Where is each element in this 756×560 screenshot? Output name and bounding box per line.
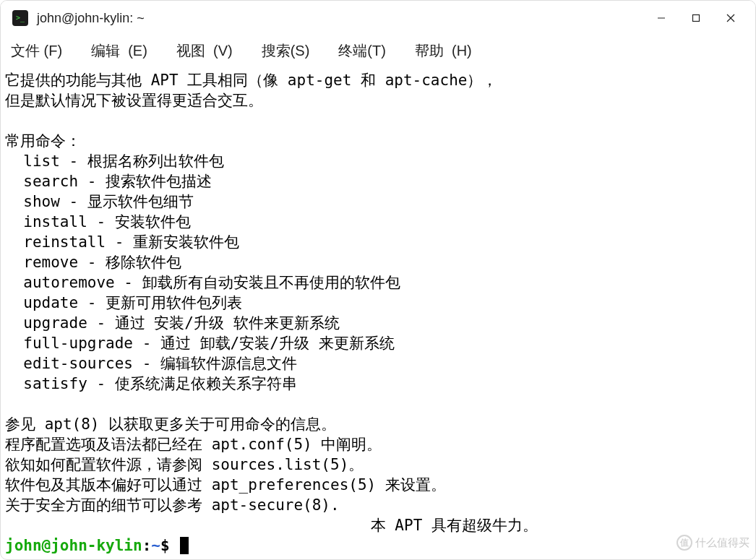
watermark-text: 什么值得买 (695, 536, 749, 550)
terminal-line: autoremove - 卸载所有自动安装且不再使用的软件包 (5, 272, 754, 293)
svg-rect-1 (693, 15, 700, 22)
terminal-line: 参见 apt(8) 以获取更多关于可用命令的信息。 (5, 414, 754, 434)
prompt-path: ~ (151, 535, 160, 556)
terminal-line: edit-sources - 编辑软件源信息文件 (5, 353, 754, 374)
terminal-line: 程序配置选项及语法都已经在 apt.conf(5) 中阐明。 (5, 434, 754, 455)
watermark: 值 什么值得买 (676, 535, 749, 551)
watermark-badge-icon: 值 (676, 535, 692, 551)
minimize-button[interactable] (644, 4, 679, 33)
window-title: john@john-kylin: ~ (37, 11, 644, 26)
terminal-line: update - 更新可用软件包列表 (5, 293, 754, 313)
terminal-line: satisfy - 使系统满足依赖关系字符串 (5, 374, 754, 394)
terminal-line: install - 安装软件包 (5, 212, 754, 232)
terminal-line: full-upgrade - 通过 卸载/安装/升级 来更新系统 (5, 333, 754, 353)
menu-help[interactable]: 帮助 (H) (411, 38, 476, 64)
prompt-separator: : (142, 535, 152, 556)
terminal-line: 但是默认情况下被设置得更适合交互。 (5, 90, 754, 111)
maximize-button[interactable] (679, 4, 713, 33)
terminal-line: upgrade - 通过 安装/升级 软件来更新系统 (5, 313, 754, 333)
menu-edit[interactable]: 编辑 (E) (87, 38, 152, 64)
terminal-app-icon (12, 10, 28, 26)
terminal-line: show - 显示软件包细节 (5, 191, 754, 212)
titlebar: john@john-kylin: ~ (1, 1, 755, 35)
close-button[interactable] (713, 4, 748, 33)
terminal-line: list - 根据名称列出软件包 (5, 151, 754, 171)
menu-search[interactable]: 搜索(S) (257, 38, 314, 64)
terminal-line (5, 394, 754, 414)
menubar: 文件 (F) 编辑 (E) 视图 (V) 搜索(S) 终端(T) 帮助 (H) (1, 35, 755, 66)
terminal-line: 欲知如何配置软件源，请参阅 sources.list(5)。 (5, 455, 754, 475)
terminal-line: remove - 移除软件包 (5, 252, 754, 272)
menu-view[interactable]: 视图 (V) (172, 38, 237, 64)
menu-file[interactable]: 文件 (F) (7, 38, 66, 64)
terminal-line: 常用命令： (5, 131, 754, 151)
terminal-line: reinstall - 重新安装软件包 (5, 232, 754, 252)
terminal-line: search - 搜索软件包描述 (5, 171, 754, 191)
cursor-icon (180, 537, 189, 554)
prompt-line[interactable]: john@john-kylin:~$ (5, 535, 754, 556)
terminal-line: 它提供的功能与其他 APT 工具相同（像 apt-get 和 apt-cache… (5, 70, 754, 90)
terminal-output[interactable]: 它提供的功能与其他 APT 工具相同（像 apt-get 和 apt-cache… (1, 66, 755, 556)
terminal-line: 软件包及其版本偏好可以通过 apt_preferences(5) 来设置。 (5, 475, 754, 495)
menu-terminal[interactable]: 终端(T) (334, 38, 390, 64)
terminal-line: 关于安全方面的细节可以参考 apt-secure(8). (5, 495, 754, 515)
terminal-line: 本 APT 具有超级牛力。 (5, 515, 754, 535)
window-controls (644, 4, 748, 33)
prompt-symbol: $ (160, 535, 179, 556)
prompt-userhost: john@john-kylin (5, 535, 142, 556)
terminal-line (5, 111, 754, 131)
